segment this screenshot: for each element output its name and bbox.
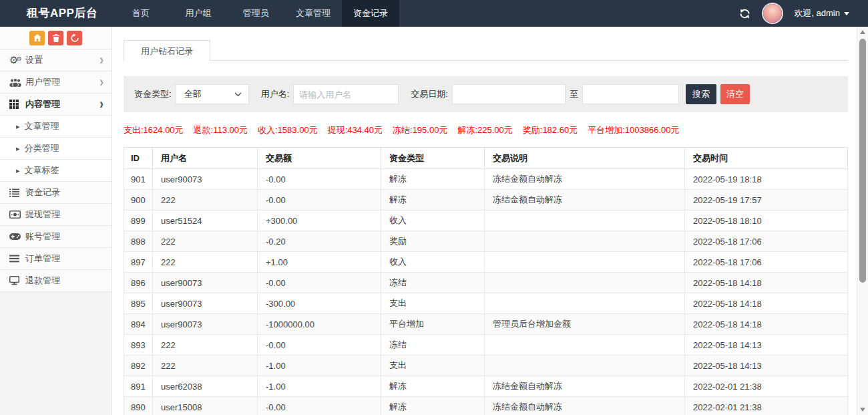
triangle-bullet-icon: ▸ — [16, 166, 20, 175]
triangle-bullet-icon: ▸ — [16, 122, 20, 131]
avatar[interactable] — [763, 4, 782, 23]
money-icon — [9, 211, 25, 219]
sidebar-item-label: 提现管理 — [25, 209, 103, 221]
top-nav-menu: 首页用户组管理员文章管理资金记录 — [112, 0, 399, 27]
sidebar-item[interactable]: ▸文章标签 — [0, 160, 112, 182]
tab-user-diamond-records[interactable]: 用户钻石记录 — [124, 40, 210, 61]
sidebar-quick-actions — [0, 27, 112, 49]
table-cell: 冻结金额自动解冻 — [485, 376, 685, 397]
trash-button[interactable] — [48, 31, 63, 45]
user-menu[interactable]: 欢迎, admin — [794, 7, 849, 19]
table-cell: 收入 — [381, 252, 485, 273]
sidebar-item-label: 退款管理 — [25, 275, 103, 287]
table-row: 898222-0.20奖励2022-05-18 17:06 — [124, 231, 848, 252]
table-cell — [485, 252, 685, 273]
table-cell: 解冻 — [381, 397, 485, 415]
chevron-right-icon: › — [99, 97, 103, 111]
sidebar-item[interactable]: ▸文章管理 — [0, 116, 112, 138]
scrollbar-thumb[interactable] — [859, 39, 866, 283]
table-header-row: ID用户名交易额资金类型交易说明交易时间 — [124, 148, 848, 169]
trash-icon — [53, 34, 59, 42]
table-row: 892222-1.00支出2022-05-18 14:13 — [124, 356, 848, 376]
sidebar-item[interactable]: 资金记录 — [0, 182, 112, 204]
table-row: 895user90073-300.00支出2022-05-18 14:18 — [124, 293, 848, 314]
refresh-icon[interactable] — [739, 8, 751, 19]
nav-item[interactable]: 文章管理 — [284, 0, 342, 27]
sidebar-item-label: 内容管理 — [25, 98, 99, 110]
table-cell: 解冻 — [381, 169, 485, 190]
nav-item[interactable]: 首页 — [112, 0, 170, 27]
table-cell — [485, 231, 685, 252]
table-row: 894user90073-1000000.00平台增加管理员后台增加金额2022… — [124, 314, 848, 335]
summary-stat: 支出:1624.00元 — [124, 124, 184, 136]
sidebar-item[interactable]: 退款管理 — [0, 270, 112, 292]
sidebar-item-label: 资金记录 — [25, 186, 103, 198]
chevron-down-icon — [234, 92, 242, 97]
table-cell: 2022-05-18 18:10 — [685, 211, 848, 231]
chevron-down-icon — [844, 12, 849, 15]
sidebar-item[interactable]: 用户管理› — [0, 72, 112, 94]
date-to-input[interactable] — [582, 84, 679, 104]
table-cell: -300.00 — [258, 293, 381, 314]
table-cell: +1.00 — [258, 252, 381, 273]
date-from-input[interactable] — [452, 84, 566, 104]
sidebar-item-label: 分类管理 — [25, 142, 103, 154]
sidebar-item[interactable]: 账号管理 — [0, 226, 112, 248]
column-header: ID — [124, 148, 153, 169]
table-cell: 896 — [124, 273, 153, 293]
gamepad-icon — [9, 233, 25, 240]
scroll-up-arrow-icon[interactable] — [860, 30, 865, 34]
nav-item[interactable]: 管理员 — [227, 0, 284, 27]
table-cell: -1.00 — [258, 356, 381, 376]
table-cell: 平台增加 — [381, 314, 485, 335]
clear-button[interactable]: 清空 — [720, 84, 750, 104]
table-cell: -0.00 — [258, 169, 381, 190]
sidebar-item[interactable]: ⚙⚙设置› — [0, 49, 112, 72]
table-cell: 2022-05-18 17:06 — [685, 252, 848, 273]
table-cell: 893 — [124, 335, 153, 356]
sidebar-item[interactable]: 订单管理 — [0, 248, 112, 270]
column-header: 交易时间 — [685, 148, 848, 169]
table-cell: 管理员后台增加金额 — [485, 314, 685, 335]
table-row: 901user90073-0.00解冻冻结金额自动解冻2022-05-19 18… — [124, 169, 848, 190]
sidebar-item-label: 设置 — [25, 54, 99, 66]
table-cell: 2022-02-01 21:38 — [685, 397, 848, 415]
table-cell: user90073 — [153, 273, 258, 293]
table-cell: 冻结金额自动解冻 — [485, 397, 685, 415]
sidebar-item[interactable]: 内容管理› — [0, 94, 112, 116]
table-cell: 2022-05-18 14:13 — [685, 356, 848, 376]
username-input[interactable] — [293, 84, 399, 104]
fund-type-select[interactable]: 全部 — [176, 84, 249, 104]
summary-stat: 解冻:225.00元 — [457, 124, 512, 136]
table-cell: 2022-05-18 14:18 — [685, 293, 848, 314]
table-cell: 支出 — [381, 293, 485, 314]
table-cell: 奖励 — [381, 231, 485, 252]
top-navbar: 租号APP后台 首页用户组管理员文章管理资金记录 欢迎, admin — [0, 0, 868, 27]
sidebar-item[interactable]: 提现管理 — [0, 204, 112, 226]
summary-stat: 奖励:182.60元 — [523, 124, 578, 136]
recycle-button[interactable] — [67, 31, 82, 45]
sidebar-item[interactable]: ▸分类管理 — [0, 138, 112, 160]
summary-stat: 收入:1583.00元 — [258, 124, 318, 136]
table-cell: user15008 — [153, 397, 258, 415]
table-cell: -0.20 — [258, 231, 381, 252]
home-button[interactable] — [29, 31, 45, 45]
welcome-text: 欢迎, admin — [794, 7, 840, 19]
table-row: 890user15008-0.00解冻冻结金额自动解冻2022-02-01 21… — [124, 397, 848, 415]
nav-item[interactable]: 资金记录 — [342, 0, 399, 27]
search-button[interactable]: 搜索 — [686, 84, 716, 104]
table-cell: 2022-05-19 17:57 — [685, 190, 848, 211]
summary-stat: 平台增加:1003866.00元 — [588, 124, 679, 136]
table-body: 901user90073-0.00解冻冻结金额自动解冻2022-05-19 18… — [124, 169, 848, 415]
nav-item[interactable]: 用户组 — [170, 0, 227, 27]
fund-type-label: 资金类型: — [134, 88, 172, 100]
table-cell: 890 — [124, 397, 153, 415]
summary-stat: 提现:434.40元 — [328, 124, 383, 136]
table-cell: 898 — [124, 231, 153, 252]
table-cell: 冻结金额自动解冻 — [485, 190, 685, 211]
vertical-scrollbar[interactable] — [857, 27, 868, 415]
sidebar-item-label: 文章管理 — [25, 120, 103, 132]
table-cell: 2022-05-18 14:18 — [685, 314, 848, 335]
scroll-down-arrow-icon[interactable] — [860, 408, 865, 412]
table-cell — [485, 273, 685, 293]
